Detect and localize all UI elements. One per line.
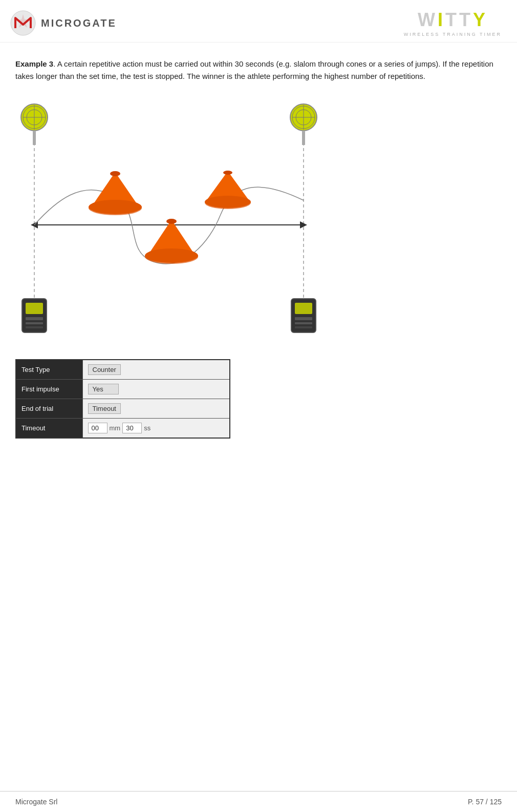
diagram-svg	[15, 98, 333, 344]
left-timer-stripe1	[26, 317, 43, 320]
cone1-top-ellipse	[89, 200, 142, 214]
example-paragraph: Example 3. A certain repetitive action m…	[15, 58, 502, 82]
timeout-value: 00 mm 30 ss	[82, 419, 230, 439]
end-of-trial-value: Timeout	[82, 399, 230, 419]
cone2-tip	[166, 219, 177, 224]
page-footer: Microgate Srl P. 57 / 125	[0, 791, 517, 812]
timeout-mm-label: mm	[110, 424, 121, 432]
test-type-box[interactable]: Counter	[88, 364, 121, 375]
left-timer-stripe3	[26, 326, 43, 328]
timeout-ss-label: ss	[144, 424, 150, 432]
exercise-diagram	[15, 98, 333, 344]
first-impulse-value: Yes	[82, 380, 230, 399]
page-header: MICROGATE WITTY WIRELESS TRAINING TIMER	[0, 0, 517, 43]
end-of-trial-box[interactable]: Timeout	[88, 403, 121, 414]
end-of-trial-label: End of trial	[16, 399, 82, 419]
cone3-tip	[223, 171, 232, 175]
right-timer-screen	[295, 303, 312, 314]
right-timer-stripe2	[295, 322, 312, 324]
main-content: Example 3. A certain repetitive action m…	[0, 43, 517, 469]
timeout-mm-input[interactable]: 00	[88, 423, 107, 433]
first-impulse-box[interactable]: Yes	[88, 384, 119, 394]
witty-subtitle: WIRELESS TRAINING TIMER	[404, 32, 502, 37]
timeout-ss-input[interactable]: 30	[122, 423, 142, 433]
table-row-test-type: Test Type Counter	[16, 360, 230, 380]
cone3-top-ellipse	[205, 196, 251, 208]
right-sensor-stand	[302, 131, 305, 145]
left-sensor-stand	[33, 131, 36, 145]
example-label: Example 3	[15, 59, 53, 68]
microgate-logo: MICROGATE	[10, 10, 117, 36]
footer-page: P. 57 / 125	[468, 798, 502, 806]
left-timer-screen	[26, 303, 43, 314]
timeout-label: Timeout	[16, 419, 82, 439]
left-timer-stripe2	[26, 322, 43, 324]
right-timer-stripe3	[295, 326, 312, 328]
witty-logo: WITTY WIRELESS TRAINING TIMER	[404, 9, 502, 37]
microgate-logo-icon	[10, 10, 36, 36]
test-type-label: Test Type	[16, 360, 82, 380]
test-type-value: Counter	[82, 360, 230, 380]
example-body: . A certain repetitive action must be ca…	[15, 59, 493, 80]
table-row-end-of-trial: End of trial Timeout	[16, 399, 230, 419]
first-impulse-label: First impulse	[16, 380, 82, 399]
cone1-tip	[110, 171, 120, 176]
settings-table: Test Type Counter First impulse Yes End …	[15, 359, 230, 439]
table-row-first-impulse: First impulse Yes	[16, 380, 230, 399]
table-row-timeout: Timeout 00 mm 30 ss	[16, 419, 230, 439]
right-timer-stripe1	[295, 317, 312, 320]
footer-company: Microgate Srl	[15, 798, 57, 806]
timeout-row: 00 mm 30 ss	[88, 423, 225, 433]
cone2-top-ellipse	[145, 248, 198, 263]
witty-title: WITTY	[418, 9, 488, 31]
company-name: MICROGATE	[41, 17, 117, 29]
